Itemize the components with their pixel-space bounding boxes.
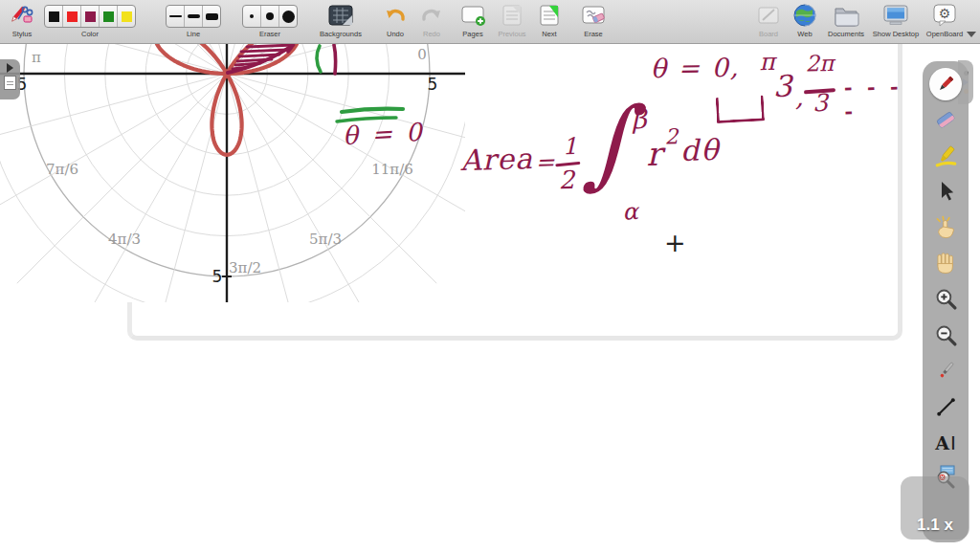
eraser-tool[interactable] [927,102,964,139]
previous-icon [492,3,532,28]
laser-pointer-tool[interactable] [927,353,964,389]
angle-label: 3π/2 [229,259,261,276]
selector-tool[interactable] [927,174,964,210]
differential-dtheta: dθ [680,133,721,167]
ink-stroke-hatch-1 [247,45,294,47]
documents-button[interactable]: Documents [823,3,869,38]
stylus-label: Stylus [4,30,40,38]
openboard-label: OpenBoard [921,30,969,38]
board-label: Board [750,30,787,38]
zoom-in-icon [934,287,958,311]
integral-sign: ∫ [581,95,634,191]
area-formula-note: Area = 1 2 ∫ β α r 2 dθ [448,122,767,255]
radius-tick-label: 5 [428,75,438,94]
polar-rose-chart: π07π/64π/33π/25π/311π/6555 [0,43,465,302]
marker-tool[interactable] [927,138,964,174]
erase-button[interactable]: Erase [572,3,614,38]
ink-stroke-hatch-6 [233,67,248,69]
text-tool-icon: AI [935,431,956,454]
stylus-button[interactable]: Stylus [4,3,40,38]
backgrounds-icon [316,3,366,28]
mini-page-icon [4,76,16,90]
zoom-indicator-overlay[interactable]: 1.1 x [901,476,969,540]
show-desktop-icon [867,3,924,28]
eraser-small-button[interactable] [243,6,261,27]
stylus-toolbar: AI [923,61,969,542]
openboard-menu-button[interactable]: ⚙ OpenBoard [921,3,969,38]
grid-spoke [17,74,227,283]
previous-label: Previous [492,30,532,38]
pages-icon [454,3,492,28]
ink-stroke-maroon-bar [334,45,336,74]
area-equals: = [535,148,555,176]
ink-stroke-hatch-3 [239,55,279,56]
polar-graph-canvas[interactable]: π07π/64π/33π/25π/311π/6555 [0,43,465,302]
undo-label: Undo [379,30,412,38]
show-desktop-label: Show Desktop [867,30,924,38]
sequence-frac2-den: 3 [813,89,828,117]
laser-pointer-icon [934,359,958,383]
eraser-label: Eraser [235,30,304,38]
hand-pan-tool[interactable] [927,246,964,282]
erase-icon [572,3,614,28]
documents-icon [823,3,869,28]
board-icon [750,3,787,28]
color-swatch-yellow[interactable] [118,6,135,27]
backgrounds-button[interactable]: Backgrounds [316,3,366,38]
show-desktop-button[interactable]: Show Desktop [867,3,924,38]
grid-spoke [227,74,436,283]
web-button[interactable]: Web [789,3,821,38]
undo-button[interactable]: Undo [379,3,412,38]
theta-zero-graph-label: θ = 0 [342,118,425,150]
text-tool[interactable]: AI [927,425,964,461]
pages-button[interactable]: Pages [454,3,492,38]
zoom-out-icon [934,323,958,347]
color-swatch-red[interactable] [63,6,81,27]
color-label: Color [44,30,136,38]
color-swatch-black[interactable] [45,6,63,27]
zoom-out-tool[interactable] [927,318,964,354]
integral-upper-limit: β [632,104,647,134]
web-icon [789,3,821,28]
pen-cursor-crosshair: + [664,228,686,257]
sequence-frac1-den: 3 [773,69,792,103]
eraser-large-button[interactable] [279,6,297,27]
next-label: Next [532,30,567,38]
board-button[interactable]: Board [750,3,787,38]
expand-right-arrow-icon [7,63,13,73]
next-icon [532,3,567,28]
erase-label: Erase [572,30,614,38]
color-swatch-green[interactable] [100,6,118,27]
redo-button[interactable]: Redo [415,3,448,38]
undo-icon [379,3,412,28]
line-medium-button[interactable] [185,6,203,27]
half-numerator: 1 [562,133,577,160]
color-group: Color [44,3,136,38]
zoom-in-tool[interactable] [927,281,964,318]
openboard-window: Stylus Color Line [0,0,980,551]
play-interact-tool[interactable] [927,209,964,246]
pen-tool[interactable] [927,66,964,102]
line-tool[interactable] [927,389,964,426]
openboard-icon: ⚙ [921,3,969,28]
ink-stroke-green-underline-1 [342,109,403,112]
svg-text:⚙: ⚙ [939,6,951,21]
angle-label: 0 [417,46,427,63]
openboard-caret-icon[interactable] [967,32,976,37]
eraser-medium-button[interactable] [261,6,279,27]
sequence-dots: - - - - [844,74,918,122]
sequence-lead: θ = 0, [650,53,740,84]
left-panel-tab[interactable] [0,59,20,99]
previous-button[interactable]: Previous [492,3,532,38]
line-label: Line [159,30,228,38]
interval-bracket [716,95,765,123]
redo-label: Redo [415,30,448,38]
next-button[interactable]: Next [532,3,567,38]
line-thick-button[interactable] [203,6,220,27]
arrow-cursor-icon [934,180,957,203]
zoom-value-label: 1.1 x [917,516,953,535]
pages-label: Pages [454,30,492,38]
line-thin-button[interactable] [167,6,185,27]
web-label: Web [789,30,821,38]
color-swatch-maroon[interactable] [81,6,100,27]
